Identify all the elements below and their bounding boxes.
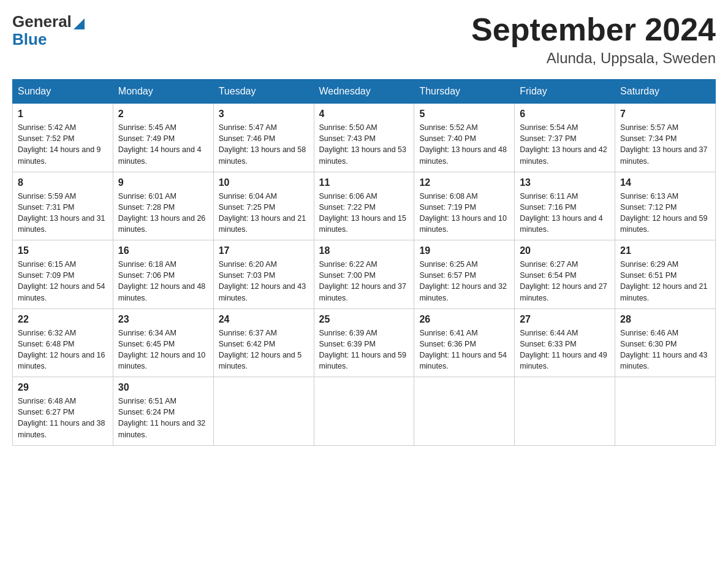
day-info: Sunrise: 6:44 AMSunset: 6:33 PMDaylight:… [520, 329, 607, 370]
day-info: Sunrise: 5:52 AMSunset: 7:40 PMDaylight:… [419, 123, 506, 165]
month-year-title: September 2024 [471, 12, 716, 47]
day-info: Sunrise: 5:45 AMSunset: 7:49 PMDaylight:… [118, 123, 202, 165]
day-info: Sunrise: 6:48 AMSunset: 6:27 PMDaylight:… [18, 397, 105, 439]
calendar-cell: 1 Sunrise: 5:42 AMSunset: 7:52 PMDayligh… [13, 104, 113, 172]
day-info: Sunrise: 6:11 AMSunset: 7:16 PMDaylight:… [520, 192, 603, 234]
calendar-cell: 17 Sunrise: 6:20 AMSunset: 7:03 PMDaylig… [213, 240, 314, 309]
day-number: 26 [419, 314, 509, 325]
day-number: 23 [118, 314, 208, 325]
title-block: September 2024 Alunda, Uppsala, Sweden [471, 12, 716, 67]
day-number: 1 [18, 109, 108, 120]
calendar-day-header-monday: Monday [113, 80, 213, 104]
day-info: Sunrise: 6:46 AMSunset: 6:30 PMDaylight:… [620, 329, 707, 370]
calendar-cell [314, 377, 414, 446]
day-number: 11 [319, 177, 409, 188]
day-info: Sunrise: 6:27 AMSunset: 6:54 PMDaylight:… [520, 260, 607, 302]
calendar-week-row: 29 Sunrise: 6:48 AMSunset: 6:27 PMDaylig… [13, 377, 716, 446]
day-number: 14 [620, 177, 710, 188]
day-number: 29 [18, 382, 108, 393]
day-number: 19 [419, 245, 509, 256]
calendar-cell: 30 Sunrise: 6:51 AMSunset: 6:24 PMDaylig… [113, 377, 213, 446]
calendar-header-row: SundayMondayTuesdayWednesdayThursdayFrid… [13, 80, 716, 104]
calendar-cell: 24 Sunrise: 6:37 AMSunset: 6:42 PMDaylig… [213, 308, 314, 377]
day-info: Sunrise: 6:01 AMSunset: 7:28 PMDaylight:… [118, 192, 205, 234]
calendar-cell: 10 Sunrise: 6:04 AMSunset: 7:25 PMDaylig… [213, 172, 314, 240]
day-info: Sunrise: 6:13 AMSunset: 7:12 PMDaylight:… [620, 192, 707, 234]
day-number: 3 [219, 109, 309, 120]
day-number: 9 [118, 177, 208, 188]
page-header: General Blue September 2024 Alunda, Upps… [12, 12, 716, 67]
day-info: Sunrise: 5:47 AMSunset: 7:46 PMDaylight:… [219, 123, 306, 165]
day-info: Sunrise: 5:59 AMSunset: 7:31 PMDaylight:… [18, 192, 105, 234]
calendar-cell: 7 Sunrise: 5:57 AMSunset: 7:34 PMDayligh… [615, 104, 716, 172]
day-info: Sunrise: 6:08 AMSunset: 7:19 PMDaylight:… [419, 192, 506, 234]
day-info: Sunrise: 5:42 AMSunset: 7:52 PMDaylight:… [18, 123, 101, 165]
logo-triangle-icon [74, 18, 85, 29]
calendar-cell: 19 Sunrise: 6:25 AMSunset: 6:57 PMDaylig… [414, 240, 515, 309]
logo-blue-text: Blue [12, 30, 47, 49]
calendar-cell: 18 Sunrise: 6:22 AMSunset: 7:00 PMDaylig… [314, 240, 414, 309]
calendar-cell: 22 Sunrise: 6:32 AMSunset: 6:48 PMDaylig… [13, 308, 113, 377]
day-info: Sunrise: 5:54 AMSunset: 7:37 PMDaylight:… [520, 123, 607, 165]
calendar-day-header-wednesday: Wednesday [314, 80, 414, 104]
day-number: 10 [219, 177, 309, 188]
calendar-week-row: 15 Sunrise: 6:15 AMSunset: 7:09 PMDaylig… [13, 240, 716, 309]
calendar-day-header-saturday: Saturday [615, 80, 716, 104]
location-subtitle: Alunda, Uppsala, Sweden [471, 50, 716, 67]
day-info: Sunrise: 6:37 AMSunset: 6:42 PMDaylight:… [219, 329, 302, 370]
day-info: Sunrise: 6:39 AMSunset: 6:39 PMDaylight:… [319, 329, 406, 370]
calendar-cell: 4 Sunrise: 5:50 AMSunset: 7:43 PMDayligh… [314, 104, 414, 172]
calendar-cell: 25 Sunrise: 6:39 AMSunset: 6:39 PMDaylig… [314, 308, 414, 377]
day-number: 15 [18, 245, 108, 256]
day-number: 21 [620, 245, 710, 256]
calendar-cell: 23 Sunrise: 6:34 AMSunset: 6:45 PMDaylig… [113, 308, 213, 377]
calendar-cell [515, 377, 615, 446]
calendar-week-row: 1 Sunrise: 5:42 AMSunset: 7:52 PMDayligh… [13, 104, 716, 172]
calendar-cell [414, 377, 515, 446]
logo: General Blue [12, 12, 85, 49]
day-number: 7 [620, 109, 710, 120]
day-number: 18 [319, 245, 409, 256]
day-number: 8 [18, 177, 108, 188]
calendar-cell: 26 Sunrise: 6:41 AMSunset: 6:36 PMDaylig… [414, 308, 515, 377]
day-number: 22 [18, 314, 108, 325]
day-number: 27 [520, 314, 610, 325]
calendar-cell: 27 Sunrise: 6:44 AMSunset: 6:33 PMDaylig… [515, 308, 615, 377]
day-info: Sunrise: 5:57 AMSunset: 7:34 PMDaylight:… [620, 123, 707, 165]
day-info: Sunrise: 6:04 AMSunset: 7:25 PMDaylight:… [219, 192, 306, 234]
calendar-day-header-friday: Friday [515, 80, 615, 104]
calendar-cell [615, 377, 716, 446]
calendar-day-header-thursday: Thursday [414, 80, 515, 104]
day-number: 28 [620, 314, 710, 325]
calendar-week-row: 8 Sunrise: 5:59 AMSunset: 7:31 PMDayligh… [13, 172, 716, 240]
calendar-cell: 21 Sunrise: 6:29 AMSunset: 6:51 PMDaylig… [615, 240, 716, 309]
calendar-cell: 29 Sunrise: 6:48 AMSunset: 6:27 PMDaylig… [13, 377, 113, 446]
calendar-cell: 9 Sunrise: 6:01 AMSunset: 7:28 PMDayligh… [113, 172, 213, 240]
day-number: 4 [319, 109, 409, 120]
calendar-cell: 6 Sunrise: 5:54 AMSunset: 7:37 PMDayligh… [515, 104, 615, 172]
day-info: Sunrise: 5:50 AMSunset: 7:43 PMDaylight:… [319, 123, 406, 165]
day-info: Sunrise: 6:18 AMSunset: 7:06 PMDaylight:… [118, 260, 205, 302]
day-info: Sunrise: 6:25 AMSunset: 6:57 PMDaylight:… [419, 260, 506, 302]
day-info: Sunrise: 6:34 AMSunset: 6:45 PMDaylight:… [118, 329, 205, 370]
day-number: 12 [419, 177, 509, 188]
day-number: 17 [219, 245, 309, 256]
day-info: Sunrise: 6:06 AMSunset: 7:22 PMDaylight:… [319, 192, 406, 234]
calendar-cell: 15 Sunrise: 6:15 AMSunset: 7:09 PMDaylig… [13, 240, 113, 309]
day-number: 13 [520, 177, 610, 188]
calendar-cell: 11 Sunrise: 6:06 AMSunset: 7:22 PMDaylig… [314, 172, 414, 240]
day-info: Sunrise: 6:29 AMSunset: 6:51 PMDaylight:… [620, 260, 707, 302]
calendar-cell: 8 Sunrise: 5:59 AMSunset: 7:31 PMDayligh… [13, 172, 113, 240]
day-number: 16 [118, 245, 208, 256]
day-number: 5 [419, 109, 509, 120]
calendar-cell: 28 Sunrise: 6:46 AMSunset: 6:30 PMDaylig… [615, 308, 716, 377]
calendar-cell: 5 Sunrise: 5:52 AMSunset: 7:40 PMDayligh… [414, 104, 515, 172]
calendar-cell: 13 Sunrise: 6:11 AMSunset: 7:16 PMDaylig… [515, 172, 615, 240]
calendar-day-header-tuesday: Tuesday [213, 80, 314, 104]
day-info: Sunrise: 6:51 AMSunset: 6:24 PMDaylight:… [118, 397, 205, 439]
calendar-cell: 3 Sunrise: 5:47 AMSunset: 7:46 PMDayligh… [213, 104, 314, 172]
calendar-day-header-sunday: Sunday [13, 80, 113, 104]
calendar-table: SundayMondayTuesdayWednesdayThursdayFrid… [12, 79, 716, 446]
day-number: 20 [520, 245, 610, 256]
calendar-week-row: 22 Sunrise: 6:32 AMSunset: 6:48 PMDaylig… [13, 308, 716, 377]
